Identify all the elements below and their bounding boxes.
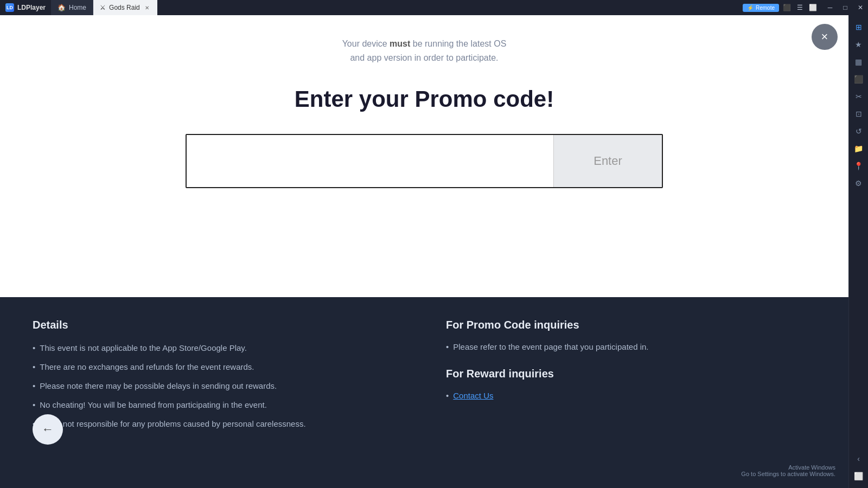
dark-section: Details • This event is not applicable t… bbox=[0, 297, 848, 488]
promo-inquiries-text: • Please refer to the event page that yo… bbox=[446, 342, 816, 351]
remote-button[interactable]: ⚡ Remote bbox=[743, 4, 779, 12]
bullet-dot: • bbox=[446, 342, 449, 351]
modal-close-button[interactable]: × bbox=[812, 24, 838, 50]
bullet-dot: • bbox=[33, 342, 35, 354]
window-controls: ─ □ ✕ bbox=[822, 0, 868, 15]
app-logo: LD LDPlayer bbox=[0, 3, 51, 12]
detail-text-5: We're not responsible for any problems c… bbox=[40, 418, 305, 429]
sidebar-icon-refresh[interactable]: ↺ bbox=[851, 124, 866, 139]
titlebar-controls: ⚡ Remote ⬛ ☰ ⬜ bbox=[743, 2, 822, 13]
sidebar-icon-record[interactable]: ⬛ bbox=[851, 72, 866, 87]
list-item: • There are no exchanges and refunds for… bbox=[33, 361, 403, 373]
details-heading: Details bbox=[33, 319, 403, 331]
device-notice: Your device must be running the latest O… bbox=[342, 37, 507, 65]
promo-title: Enter your Promo code! bbox=[295, 86, 554, 112]
contact-us-link[interactable]: Contact Us bbox=[453, 391, 493, 400]
tab-gods-raid[interactable]: ⚔ Gods Raid ✕ bbox=[93, 0, 157, 15]
promo-inquiries-heading: For Promo Code inquiries bbox=[446, 319, 816, 331]
bullet-dot: • bbox=[33, 380, 35, 391]
maximize-button[interactable]: □ bbox=[838, 0, 853, 15]
reward-inquiries-text: • Contact Us bbox=[446, 391, 816, 400]
sidebar-icon-location[interactable]: 📍 bbox=[851, 158, 866, 174]
right-sidebar: ⊞ ★ ▦ ⬛ ✂ ⊡ ↺ 📁 📍 ⚙ ‹ ⬜ bbox=[848, 15, 868, 488]
promo-code-input[interactable] bbox=[187, 135, 553, 187]
bullet-dot: • bbox=[446, 391, 449, 400]
activate-subtitle: Go to Settings to activate Windows. bbox=[741, 471, 835, 477]
remote-icon: ⚡ bbox=[747, 5, 754, 11]
white-section: × Your device must be running the latest… bbox=[0, 15, 848, 297]
list-item: • Please note there may be possible dela… bbox=[33, 380, 403, 391]
resize-icon[interactable]: ⬜ bbox=[807, 2, 818, 13]
sidebar-icon-star[interactable]: ★ bbox=[851, 37, 866, 52]
enter-button[interactable]: Enter bbox=[553, 135, 662, 187]
detail-text-4: No cheating! You will be banned from par… bbox=[40, 399, 267, 410]
minimize-button[interactable]: ─ bbox=[822, 0, 838, 15]
sidebar-bottom: ‹ ⬜ bbox=[851, 451, 866, 484]
list-item: • This event is not applicable to the Ap… bbox=[33, 342, 403, 354]
activate-title: Activate Windows bbox=[741, 464, 835, 471]
tab-home[interactable]: 🏠 Home bbox=[51, 0, 93, 15]
close-window-button[interactable]: ✕ bbox=[853, 0, 868, 15]
details-column: Details • This event is not applicable t… bbox=[33, 319, 403, 472]
home-icon: 🏠 bbox=[58, 4, 66, 11]
sidebar-icon-grid[interactable]: ▦ bbox=[851, 54, 866, 69]
tab-home-label: Home bbox=[69, 4, 86, 11]
titlebar: LD LDPlayer 🏠 Home ⚔ Gods Raid ✕ ⚡ Remot… bbox=[0, 0, 868, 15]
logo-icon: LD bbox=[5, 3, 14, 12]
promo-input-row: Enter bbox=[186, 134, 663, 188]
sidebar-icon-home[interactable]: ⊞ bbox=[851, 20, 866, 35]
tab-active-label: Gods Raid bbox=[109, 4, 140, 11]
list-item: • No cheating! You will be banned from p… bbox=[33, 399, 403, 410]
app-name: LDPlayer bbox=[17, 4, 46, 11]
sidebar-icon-folder[interactable]: 📁 bbox=[851, 141, 866, 156]
close-icon: × bbox=[821, 30, 828, 44]
bullet-dot: • bbox=[33, 361, 35, 373]
game-icon: ⚔ bbox=[100, 4, 106, 11]
sidebar-icon-layout[interactable]: ⊡ bbox=[851, 106, 866, 121]
promo-inquiries-section: For Promo Code inquiries • Please refer … bbox=[446, 319, 816, 351]
reward-inquiries-heading: For Reward inquiries bbox=[446, 368, 816, 380]
tab-close-icon[interactable]: ✕ bbox=[143, 4, 151, 11]
back-button[interactable]: ← bbox=[33, 414, 63, 445]
settings-icon[interactable]: ☰ bbox=[794, 2, 805, 13]
device-notice-pre: Your device bbox=[342, 39, 390, 48]
windows-activation-notice: Activate Windows Go to Settings to activ… bbox=[741, 464, 835, 477]
sidebar-icon-settings2[interactable]: ⚙ bbox=[851, 176, 866, 191]
sidebar-icon-expand[interactable]: ⬜ bbox=[851, 468, 866, 484]
sidebar-icon-scissors[interactable]: ✂ bbox=[851, 89, 866, 104]
sidebar-icon-chevron-left[interactable]: ‹ bbox=[851, 451, 866, 466]
back-arrow-icon: ← bbox=[42, 422, 54, 436]
details-list: • This event is not applicable to the Ap… bbox=[33, 342, 403, 429]
detail-text-1: This event is not applicable to the App … bbox=[40, 342, 247, 354]
inquiries-column: For Promo Code inquiries • Please refer … bbox=[446, 319, 816, 472]
device-notice-bold: must bbox=[390, 39, 410, 48]
record-icon[interactable]: ⬛ bbox=[781, 2, 792, 13]
reward-inquiries-section: For Reward inquiries • Contact Us bbox=[446, 368, 816, 400]
bullet-dot: • bbox=[33, 399, 35, 410]
list-item: • We're not responsible for any problems… bbox=[33, 418, 403, 429]
detail-text-3: Please note there may be possible delays… bbox=[40, 380, 277, 391]
detail-text-2: There are no exchanges and refunds for t… bbox=[40, 361, 254, 373]
main-area: × Your device must be running the latest… bbox=[0, 15, 848, 488]
